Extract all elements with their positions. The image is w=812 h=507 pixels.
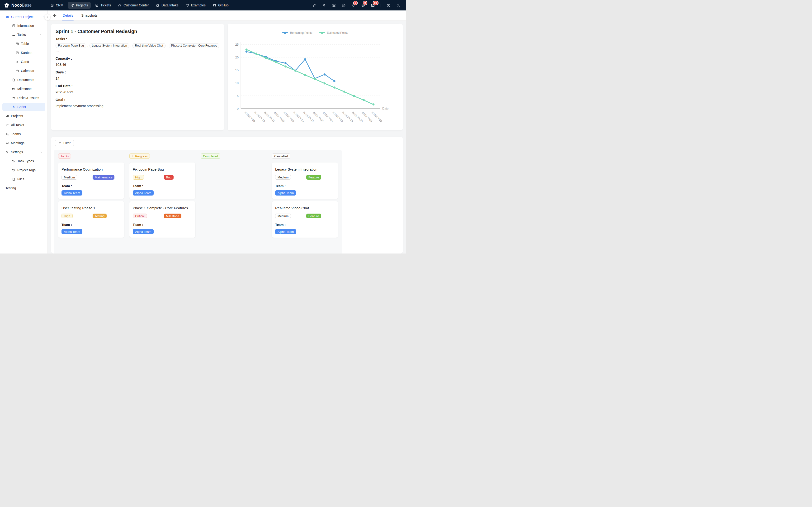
- svg-text:20: 20: [235, 56, 239, 59]
- table-icon: [15, 42, 19, 46]
- task-card[interactable]: Phase 1 Complete - Core FeaturesCritical…: [129, 201, 195, 238]
- task-tag[interactable]: Real-time Video Chat: [132, 43, 166, 48]
- sidebar-collapse-button[interactable]: [44, 14, 51, 20]
- legend-marker: [319, 32, 325, 33]
- nav-tab-tickets[interactable]: Tickets: [92, 2, 114, 9]
- task-card-title: Phase 1 Complete - Core Features: [133, 206, 192, 210]
- column-status-badge[interactable]: Cancelled: [272, 154, 290, 159]
- sidebar-item-gantt[interactable]: Gantt: [2, 57, 45, 66]
- task-card-badges: MediumFeature: [275, 214, 334, 219]
- priority-badge[interactable]: Medium: [275, 214, 291, 218]
- plug-icon[interactable]: [322, 3, 326, 7]
- top-nav: NocoBase CRMProjectsTicketsCustomer Cent…: [0, 0, 406, 10]
- nav-tab-data-intake[interactable]: Data Intake: [153, 2, 181, 9]
- priority-badge[interactable]: Medium: [275, 175, 291, 180]
- task-type-badge[interactable]: Maintenance: [92, 175, 114, 180]
- nav-tab-crm[interactable]: CRM: [48, 2, 66, 9]
- task-card[interactable]: User Testing Phase 1HighTestingTeam :Alp…: [58, 201, 124, 238]
- help-icon[interactable]: [386, 3, 390, 7]
- chevron-up-icon[interactable]: [40, 33, 42, 36]
- team-badge[interactable]: Alpha Team: [61, 229, 82, 234]
- team-badge[interactable]: Alpha Team: [275, 190, 296, 195]
- document-icon: [12, 78, 15, 82]
- sidebar-item-risks-issues[interactable]: Risks & Issues: [2, 94, 45, 102]
- task-tags-more: ,...: [56, 49, 59, 53]
- sidebar-item-label: Tasks: [17, 33, 26, 37]
- tab-details[interactable]: Details: [63, 10, 73, 20]
- kanban-column-to-do: To DoPerformance OptimizationMediumMaint…: [54, 154, 125, 253]
- sidebar-item-settings[interactable]: Settings: [2, 148, 45, 156]
- bell-icon[interactable]: 3: [352, 3, 356, 7]
- team-badge[interactable]: Alpha Team: [61, 190, 82, 195]
- sidebar-item-information[interactable]: Information: [2, 21, 45, 30]
- nav-tab-projects[interactable]: Projects: [68, 2, 91, 9]
- team-badge[interactable]: Alpha Team: [133, 190, 153, 195]
- task-tag[interactable]: Legacy System Integration: [89, 43, 129, 48]
- task-card-title: Real-time Video Chat: [275, 206, 334, 210]
- sidebar-item-meetings[interactable]: Meetings: [2, 139, 45, 147]
- legend-item-estimated-points[interactable]: Estimated Points: [319, 31, 348, 35]
- nav-tab-customer-center[interactable]: Customer Center: [115, 2, 152, 9]
- sidebar-item-teams[interactable]: Teams: [2, 130, 45, 138]
- sidebar-item-documents[interactable]: Documents: [2, 75, 45, 84]
- sidebar-item-project-tags[interactable]: Project Tags: [2, 166, 45, 174]
- task-type-badge[interactable]: Milestone: [164, 214, 181, 218]
- clock-check-icon[interactable]: 9: [361, 3, 365, 7]
- task-type-badge[interactable]: Bug: [164, 175, 174, 180]
- tab-snapshots[interactable]: Snapshots: [81, 10, 98, 20]
- task-card[interactable]: Legacy System IntegrationMediumFeatureTe…: [272, 163, 338, 199]
- filter-button[interactable]: Filter: [55, 140, 74, 146]
- task-card[interactable]: Real-time Video ChatMediumFeatureTeam :A…: [272, 201, 338, 238]
- gear-icon: [5, 150, 9, 154]
- highlighter-icon[interactable]: [312, 3, 316, 7]
- apps-icon[interactable]: [332, 3, 336, 7]
- sidebar-item-label: Teams: [11, 132, 21, 136]
- main-area: Details Snapshots Sprint 1 - Customer Po…: [48, 10, 406, 253]
- priority-badge[interactable]: Medium: [61, 175, 77, 180]
- mail-icon[interactable]: 98: [371, 3, 375, 7]
- sidebar-item-kanban[interactable]: Kanban: [2, 49, 45, 57]
- sidebar-item-table[interactable]: Table: [2, 40, 45, 48]
- priority-badge[interactable]: Critical: [133, 214, 147, 218]
- back-button[interactable]: [53, 13, 57, 17]
- priority-badge[interactable]: High: [61, 214, 73, 218]
- task-tag-separator: ,: [131, 44, 131, 48]
- column-status-badge[interactable]: Completed: [201, 154, 220, 159]
- nav-tab-examples[interactable]: Examples: [183, 2, 208, 9]
- task-type-badge[interactable]: Testing: [92, 214, 107, 218]
- sidebar-item-task-types[interactable]: Task Types: [2, 157, 45, 165]
- sidebar-item-files[interactable]: Files: [2, 175, 45, 183]
- priority-badge[interactable]: High: [133, 175, 144, 180]
- filter-button-label: Filter: [63, 141, 70, 145]
- task-tag[interactable]: Fix Login Page Bug: [56, 43, 86, 48]
- sidebar-header-current-project[interactable]: Current Project: [0, 13, 48, 21]
- chevron-up-icon[interactable]: [40, 151, 42, 154]
- burndown-chart: 0510152025Date2025-07-092025-07-102025-0…: [228, 24, 403, 130]
- task-card[interactable]: Fix Login Page BugHighBugTeam :Alpha Tea…: [129, 163, 195, 199]
- nav-tab-label: Examples: [191, 3, 206, 7]
- sidebar-item-milestone[interactable]: Milestone: [2, 84, 45, 93]
- sprint-title: Sprint 1 - Customer Portal Redesign: [56, 29, 220, 34]
- headset-icon: [118, 4, 122, 7]
- sidebar-item-sprint[interactable]: Sprint: [2, 103, 45, 111]
- gear-icon[interactable]: [342, 3, 346, 7]
- column-status-badge[interactable]: In Progress: [129, 154, 150, 159]
- column-status-badge[interactable]: To Do: [58, 154, 71, 159]
- sidebar-item-calendar[interactable]: Calendar: [2, 66, 45, 75]
- goal-field-label: Goal :: [56, 98, 220, 102]
- legend-item-remaining-points[interactable]: Remaining Points: [282, 31, 312, 35]
- team-badge[interactable]: Alpha Team: [133, 229, 153, 234]
- team-badge[interactable]: Alpha Team: [275, 229, 296, 234]
- task-tag[interactable]: Phase 1 Complete - Core Features: [169, 43, 220, 48]
- sidebar-item-projects[interactable]: Projects: [2, 112, 45, 120]
- task-card[interactable]: Performance OptimizationMediumMaintenanc…: [58, 163, 124, 199]
- app-logo[interactable]: NocoBase: [0, 2, 48, 8]
- sidebar-item-all-tasks[interactable]: All Tasks: [2, 121, 45, 129]
- nav-tab-github[interactable]: GitHub: [210, 2, 232, 9]
- user-icon[interactable]: [396, 3, 400, 7]
- sidebar-item-testing[interactable]: Testing: [2, 184, 45, 192]
- task-type-badge[interactable]: Feature: [306, 214, 321, 218]
- sidebar-item-tasks[interactable]: Tasks: [2, 31, 45, 39]
- tasks-tag-list: Fix Login Page Bug,Legacy System Integra…: [56, 43, 220, 53]
- task-type-badge[interactable]: Feature: [306, 175, 321, 180]
